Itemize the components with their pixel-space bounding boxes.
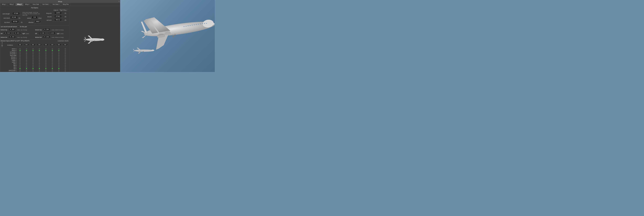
cell-6-4[interactable] xyxy=(43,58,49,60)
cell-12-6[interactable] xyxy=(56,68,62,69)
cell-10-0[interactable] xyxy=(17,65,23,66)
cell-9-3[interactable] xyxy=(36,63,43,65)
cell-13-0[interactable] xyxy=(17,69,23,71)
cell-7-6[interactable] xyxy=(56,60,62,61)
cell-12-7[interactable] xyxy=(62,68,68,69)
cell-4-3[interactable] xyxy=(36,55,43,56)
right-input1[interactable] xyxy=(14,32,20,34)
cell-4-7[interactable] xyxy=(62,55,68,56)
right-input2[interactable] xyxy=(49,32,55,34)
cell-6-3[interactable] xyxy=(36,58,43,60)
cell-10-6[interactable] xyxy=(56,65,62,66)
tab-wing2[interactable]: Wing 2 xyxy=(8,3,15,6)
cell-3-7[interactable] xyxy=(62,53,68,55)
tip-chord-input[interactable] xyxy=(12,20,18,23)
left-input1[interactable] xyxy=(4,32,11,34)
cell-5-4[interactable] xyxy=(43,56,49,58)
cell-4-2[interactable] xyxy=(30,55,36,56)
cell-2-1[interactable] xyxy=(23,51,30,53)
cell-13-3[interactable] xyxy=(36,69,43,71)
cell-7-4[interactable] xyxy=(43,60,49,61)
cell-11-6[interactable] xyxy=(56,66,62,68)
col1-input[interactable] xyxy=(24,44,28,45)
cell-10-5[interactable] xyxy=(49,65,56,66)
sweep-input[interactable] xyxy=(32,16,37,18)
cell-7-1[interactable] xyxy=(23,60,30,61)
cell-14-1[interactable] xyxy=(23,71,30,72)
col0-input[interactable] xyxy=(18,44,22,45)
long-arm-input[interactable] xyxy=(54,12,62,14)
cell-3-1[interactable] xyxy=(23,53,30,55)
cell-13-7[interactable] xyxy=(62,69,68,71)
cell-0-4[interactable] xyxy=(43,48,49,50)
cell-0-2[interactable] xyxy=(30,48,36,50)
cell-9-6[interactable] xyxy=(56,63,62,65)
texture-top-input1[interactable] xyxy=(9,28,15,31)
cell-3-4[interactable] xyxy=(43,53,49,55)
customize-chords-checkbox[interactable] xyxy=(56,40,57,42)
col5-input[interactable] xyxy=(50,44,54,45)
cell-3-6[interactable] xyxy=(56,53,62,55)
cell-2-2[interactable] xyxy=(30,51,36,53)
cell-5-6[interactable] xyxy=(56,56,62,58)
cell-2-4[interactable] xyxy=(43,51,49,53)
cell-14-2[interactable] xyxy=(30,71,36,72)
cell-1-6[interactable] xyxy=(56,50,62,51)
cell-0-0[interactable] xyxy=(17,48,23,50)
cell-2-5[interactable] xyxy=(49,51,56,53)
cell-5-7[interactable] xyxy=(62,56,68,58)
cell-14-7[interactable] xyxy=(62,71,68,72)
cell-8-3[interactable] xyxy=(36,61,43,63)
cell-1-0[interactable] xyxy=(17,50,23,51)
cell-2-3[interactable] xyxy=(36,51,43,53)
cell-14-5[interactable] xyxy=(49,71,56,72)
semi-length-input[interactable] xyxy=(12,12,20,15)
texture-bot-input2[interactable] xyxy=(44,36,50,38)
cell-0-6[interactable] xyxy=(56,48,62,50)
cell-14-4[interactable] xyxy=(43,71,49,72)
cell-12-0[interactable] xyxy=(17,68,23,69)
dihedral-input[interactable] xyxy=(35,20,40,23)
root-chord-input[interactable] xyxy=(10,16,18,18)
cell-5-1[interactable] xyxy=(23,56,30,58)
tab-wing1[interactable]: Wing 1 xyxy=(0,3,8,6)
cell-7-5[interactable] xyxy=(49,60,56,61)
close-button[interactable]: × xyxy=(118,0,120,2)
cell-1-4[interactable] xyxy=(43,50,49,51)
cell-8-7[interactable] xyxy=(62,61,68,63)
cell-6-5[interactable] xyxy=(49,58,56,60)
cell-8-2[interactable] xyxy=(30,61,36,63)
tab-wing4[interactable]: Wing 4 xyxy=(24,3,31,6)
cell-3-2[interactable] xyxy=(30,53,36,55)
cell-3-5[interactable] xyxy=(49,53,56,55)
cell-13-4[interactable] xyxy=(43,69,49,71)
use-second-texture-checkbox[interactable] xyxy=(18,26,19,27)
cell-9-7[interactable] xyxy=(62,63,68,65)
cell-6-6[interactable] xyxy=(56,58,62,60)
tab-wing-flex[interactable]: Wing Flex xyxy=(61,3,70,6)
cell-4-4[interactable] xyxy=(43,55,49,56)
cell-2-7[interactable] xyxy=(62,51,68,53)
cell-10-4[interactable] xyxy=(43,65,49,66)
cell-11-5[interactable] xyxy=(49,66,56,68)
cell-4-6[interactable] xyxy=(56,55,62,56)
cell-8-6[interactable] xyxy=(56,61,62,63)
cell-13-1[interactable] xyxy=(23,69,30,71)
cell-14-6[interactable] xyxy=(56,71,62,72)
left-input2[interactable] xyxy=(39,32,45,34)
cell-6-2[interactable] xyxy=(30,58,36,60)
col6-input[interactable] xyxy=(57,44,61,45)
cell-13-5[interactable] xyxy=(49,69,56,71)
cell-9-4[interactable] xyxy=(43,63,49,65)
tab-wing3[interactable]: Wing 3 xyxy=(16,3,23,6)
cell-0-5[interactable] xyxy=(49,48,56,50)
cell-11-7[interactable] xyxy=(62,66,68,68)
cell-6-1[interactable] xyxy=(23,58,30,60)
cell-0-3[interactable] xyxy=(36,48,43,50)
cell-13-2[interactable] xyxy=(30,69,36,71)
cell-7-2[interactable] xyxy=(30,60,36,61)
cell-8-0[interactable] xyxy=(17,61,23,63)
cell-7-3[interactable] xyxy=(36,60,43,61)
cell-1-7[interactable] xyxy=(62,50,68,51)
cell-12-5[interactable] xyxy=(49,68,56,69)
